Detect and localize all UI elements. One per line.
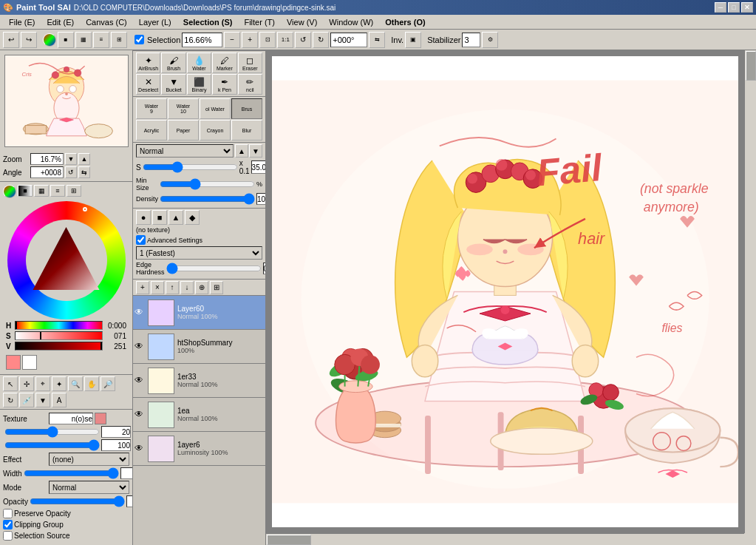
menu-file[interactable]: File (E): [3, 16, 41, 28]
rotation-input[interactable]: [330, 33, 367, 47]
layer-item[interactable]: 👁 1er33 Normal 100%: [133, 364, 265, 398]
color-wave-btn[interactable]: ≡: [93, 32, 109, 48]
deselect-btn[interactable]: ✕ Deselect: [136, 74, 160, 95]
water-btn[interactable]: 💧 Water: [187, 53, 211, 73]
color-rgb-btn[interactable]: [43, 33, 56, 47]
eyedrop-tool[interactable]: 🔍: [68, 376, 83, 391]
width-slider[interactable]: [24, 470, 119, 477]
shape-triangle-btn[interactable]: ▲: [168, 210, 183, 225]
menu-layer[interactable]: Layer (L): [133, 16, 177, 28]
zoom-100-btn[interactable]: 1:1: [277, 32, 293, 48]
flatten-btn[interactable]: ⊞: [210, 281, 223, 294]
zoom-fit-btn[interactable]: ⊡: [259, 32, 276, 48]
zoom-out-btn[interactable]: −: [224, 32, 240, 48]
stabilizer-input[interactable]: [462, 33, 480, 47]
blend-up-btn[interactable]: ▲: [235, 144, 248, 158]
layer-eye[interactable]: 👁: [134, 375, 146, 387]
merge-btn[interactable]: ⊕: [195, 281, 208, 294]
shape-circle-btn[interactable]: ●: [136, 210, 151, 225]
menu-edit[interactable]: Edit (E): [41, 16, 80, 28]
color-grid-mode-btn[interactable]: ⊞: [67, 185, 81, 197]
shape-square-btn[interactable]: ■: [152, 210, 167, 225]
opacity-input[interactable]: [126, 495, 133, 507]
eyedropper-tool[interactable]: 💉: [19, 393, 34, 407]
layer-item[interactable]: 👁 1ea Normal 100%: [133, 398, 265, 432]
zoom-in-btn[interactable]: +: [242, 32, 258, 48]
lasso-tool[interactable]: ⌖: [35, 376, 50, 391]
angle-value[interactable]: [30, 166, 64, 178]
zoom-input[interactable]: [182, 33, 222, 47]
opacity-main-slider[interactable]: [143, 163, 238, 171]
select-tool[interactable]: ↖: [3, 376, 18, 391]
layer-eye[interactable]: 👁: [134, 341, 146, 353]
quality-select[interactable]: 1 (Fastest): [136, 246, 262, 260]
menu-others[interactable]: Others (O): [379, 16, 431, 28]
size-num-input[interactable]: [101, 426, 131, 438]
sat-slider[interactable]: [15, 331, 103, 340]
canvas-scrollbar-h[interactable]: [266, 533, 744, 545]
min-size-slider[interactable]: [160, 180, 255, 188]
close-btn[interactable]: ✕: [741, 2, 753, 13]
menu-filter[interactable]: Filter (T): [238, 16, 281, 28]
stabilizer-options-btn[interactable]: ⚙: [482, 32, 498, 48]
zoom-up-btn[interactable]: ▲: [78, 153, 90, 165]
opacity-num-input[interactable]: [101, 439, 131, 451]
scrollbar-v-thumb[interactable]: [746, 51, 756, 81]
kpen-btn[interactable]: ✒ k Pen: [212, 74, 236, 95]
marker-btn[interactable]: 🖊 Marker: [212, 53, 236, 73]
layer-eye[interactable]: 👁: [134, 307, 146, 319]
color-hsv-mode-btn[interactable]: ▦: [34, 185, 49, 197]
zoom-value[interactable]: [30, 153, 64, 165]
paper-btn[interactable]: Paper: [168, 120, 199, 141]
color-grid-btn[interactable]: ⊞: [111, 32, 127, 48]
brush-btn[interactable]: 🖌 Brush: [161, 53, 185, 73]
move-up-btn[interactable]: ↑: [166, 281, 179, 294]
texture-input[interactable]: [49, 413, 93, 424]
eraser-btn[interactable]: ◻ Eraser: [238, 53, 262, 73]
blend-mode-select[interactable]: Normal: [136, 144, 234, 158]
airbrush-btn[interactable]: ✦ AirBrush: [136, 53, 160, 73]
inv-btn[interactable]: ▣: [405, 32, 421, 48]
preserve-opacity-cb[interactable]: [3, 509, 13, 518]
density-input[interactable]: [256, 193, 266, 205]
rotate-cw-btn[interactable]: ↻: [313, 32, 329, 48]
mode-select[interactable]: Normal Multiply Screen Luminosity: [49, 481, 129, 494]
color-wheel[interactable]: [7, 201, 126, 319]
rotate-tool[interactable]: ↻: [3, 393, 18, 407]
brus-btn[interactable]: Brus: [231, 98, 262, 119]
layer-eye[interactable]: 👁: [134, 409, 146, 421]
undo-btn[interactable]: ↩: [3, 32, 19, 48]
layer-item[interactable]: 👁 htShopSummary 100%: [133, 330, 265, 364]
color-rgb-mode-btn[interactable]: [3, 185, 16, 198]
angle-reset-btn[interactable]: ↺: [65, 166, 77, 178]
minimize-btn[interactable]: ─: [715, 2, 726, 13]
size-slider[interactable]: [4, 428, 100, 436]
bucket-btn[interactable]: ▼ Bucket: [161, 74, 185, 95]
move-down-btn[interactable]: ↓: [180, 281, 194, 294]
clipping-group-cb[interactable]: [3, 520, 13, 529]
color-mode-btn[interactable]: ■: [58, 32, 74, 48]
menu-selection[interactable]: Selection (S): [177, 16, 239, 28]
width-input[interactable]: [120, 467, 133, 479]
effect-select[interactable]: (none): [49, 453, 129, 466]
menu-canvas[interactable]: Canvas (C): [80, 16, 133, 28]
selection-source-cb[interactable]: [3, 531, 13, 541]
val-slider[interactable]: [15, 342, 103, 351]
blur-btn[interactable]: Blur: [231, 120, 262, 141]
layer-item[interactable]: 👁 1ayer6 Luminosity 100%: [133, 432, 265, 466]
foreground-swatch[interactable]: [6, 355, 21, 370]
opacity-slider[interactable]: [30, 498, 125, 505]
layer-item[interactable]: 👁 Layer60 Normal 100%: [133, 296, 265, 330]
background-swatch[interactable]: [22, 355, 37, 370]
water9-btn[interactable]: Water 9: [136, 98, 167, 119]
binary-btn[interactable]: ⬛ Binary: [187, 74, 211, 95]
olwater-btn[interactable]: ol Water: [200, 98, 231, 119]
rotate-ccw-btn[interactable]: ↺: [295, 32, 311, 48]
canvas-scrollbar-v[interactable]: [744, 50, 756, 533]
selection-checkbox[interactable]: [134, 35, 144, 44]
opacity-main-input[interactable]: [251, 160, 266, 174]
new-layer-btn[interactable]: +: [136, 281, 149, 294]
flip-h-btn[interactable]: ⇆: [369, 32, 385, 48]
move-tool[interactable]: ✢: [19, 376, 34, 391]
zoom-down-btn[interactable]: ▼: [65, 153, 77, 165]
